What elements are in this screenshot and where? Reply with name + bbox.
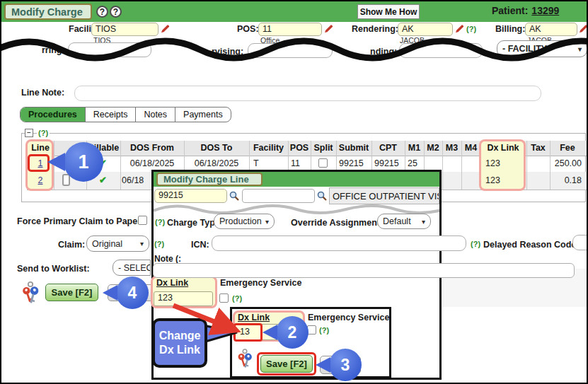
help-icon[interactable]: ? [110,6,122,18]
dx-link-value: 123 [485,158,500,168]
tab-receipts[interactable]: Receipts [86,107,137,122]
show-me-how-button[interactable]: Show Me How [357,4,420,19]
col-line: Line [27,143,54,153]
col-cpt: CPT [371,143,405,153]
col-facility: Facility [249,143,288,153]
step1-highlight-box [28,154,50,172]
billable-check-icon: ✔ [99,175,107,185]
billing-label: Billing: [495,24,525,34]
edit-pencil-icon[interactable] [455,23,464,36]
emergency-service-label: Emergency Service [308,313,389,322]
keys-icon [20,281,41,309]
line-note-input[interactable] [74,86,541,101]
tab-procedures[interactable]: Procedures [21,107,86,122]
col-m4: M4 [461,143,480,153]
patient-id-link[interactable]: 13299 [531,5,559,16]
claim-select-value: Original [92,239,122,249]
override-assignment-select[interactable]: Default [377,214,431,229]
pos-input[interactable]: 11 [258,23,322,36]
split-checkbox[interactable] [318,158,328,168]
tab-notes[interactable]: Notes [136,107,175,122]
line-2-link[interactable]: 2 [27,175,54,185]
col-tax: Tax [526,143,550,153]
force-primary-checkbox[interactable] [138,216,147,225]
callout-text-line2: Dx Link [159,343,200,357]
delayed-reason-label: Delayed Reason Code: [483,240,579,250]
submit-value: 99215 [339,158,364,168]
pos-value: 11 [291,158,300,168]
delayed-reason-help[interactable]: (?) [471,240,480,248]
rendering-help[interactable]: (?) [466,25,476,33]
fieldset-help[interactable]: (?) [37,129,50,137]
edit-pencil-icon[interactable] [324,23,333,36]
note-input[interactable] [153,263,575,278]
modify-charge-window: Modify Charge ? ? Show Me How Patient: 1… [0,0,588,384]
annotation-arrow [166,301,246,339]
page-title: Modify Charge [4,4,92,20]
send-worklist-label: Send to Worklist: [17,264,90,274]
m1-value: 25 [408,158,417,168]
help-icon[interactable]: ? [96,6,108,18]
col-submit: Submit [336,143,371,153]
tab-strip: Procedures Receipts Notes Payments [20,107,231,122]
col-split: Split [311,143,336,153]
step-4-balloon: 4 [116,277,149,309]
rendering-input[interactable]: AK [398,23,453,36]
facility-input[interactable]: TIOS [91,23,158,36]
override-assignment-label: Override Assignment: [291,218,383,228]
dx-link-value: 123 [485,175,500,185]
send-worklist-select[interactable]: - SELECT - [113,260,151,276]
col-m1: M1 [405,143,424,153]
override-assignment-value: Default [383,216,411,226]
save-button[interactable]: Save [F2] [45,284,98,301]
claim-help[interactable]: (?) [154,240,164,248]
tab-payments[interactable]: Payments [175,107,231,122]
charge-type-select[interactable]: Production [214,214,275,229]
step-3-balloon: 3 [329,349,362,381]
force-primary-label: Force Primary Claim to Paper: [17,216,144,226]
dos-to-value: 06/18/2025 [184,158,249,168]
dx-link-label: Dx Link [156,278,188,288]
emergency-service-help[interactable]: (?) [319,326,329,334]
rendering-label: Rendering: [352,24,398,34]
delayed-reason-input[interactable] [572,235,588,250]
cpt-value: 99215 [374,158,399,168]
icn-label: ICN: [191,240,209,250]
send-worklist-value: - SELECT - [118,263,151,273]
claim-select[interactable]: Original [86,235,149,252]
dos-from-value: 06/18/2025 [120,158,184,168]
billing-input[interactable]: AK [525,23,577,36]
icn-input[interactable] [212,235,466,251]
collapse-toggle[interactable]: − [25,129,33,137]
edit-pencil-icon[interactable] [161,23,170,36]
col-dx-link: Dx Link [480,143,526,153]
note-label: Note (: [154,254,181,264]
keys-icon [236,348,254,373]
pos-label: POS: [237,24,259,34]
step-1-balloon: 1 [64,142,103,182]
col-m2: M2 [424,143,442,153]
charge-type-value: Production [219,216,262,226]
col-dos-to: DOS To [184,143,249,153]
col-fee: Fee [550,143,585,153]
col-dos-from: DOS From [120,143,184,153]
dos-from-value: 06/18 [122,175,151,185]
claim-label: Claim: [58,240,85,250]
save-button[interactable]: Save [F2] [260,355,313,373]
charge-type-help[interactable]: (?) [155,218,165,226]
facility-value: T [253,158,259,168]
col-pos: POS [288,143,311,153]
dialog-title: Modify Charge Line [156,173,263,186]
line-note-label: Line Note: [21,88,64,98]
torn-edge-wave [0,35,588,65]
col-m3: M3 [442,143,461,153]
fee-value: 250.00 [550,158,582,168]
patient-label: Patient: [492,5,528,16]
fee-value: 0.18 [550,175,582,185]
step-2-balloon: 2 [276,316,309,349]
edit-pencil-icon[interactable] [579,23,588,36]
emergency-service-label: Emergency Service [220,278,301,288]
